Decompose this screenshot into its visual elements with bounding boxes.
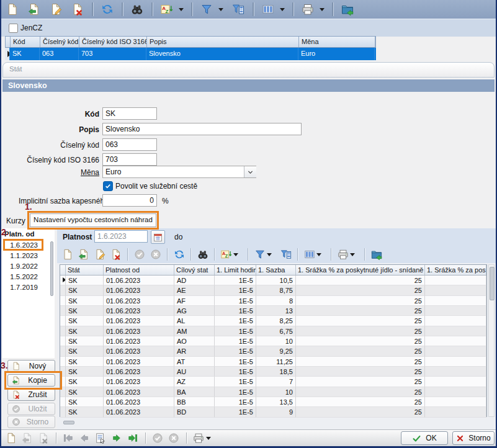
print-button[interactable] [299, 1, 316, 17]
columns-button[interactable] [302, 247, 317, 262]
states-header-2[interactable]: Číselný kód [40, 37, 79, 47]
filter-by-values-button[interactable] [278, 247, 293, 262]
states-grid-selected-row[interactable]: SK063703SlovenskoEuro [5, 48, 376, 60]
delete-rate-button[interactable] [108, 247, 123, 262]
new-rate-button[interactable] [60, 247, 75, 262]
rates-header-5[interactable]: 1. Sazba [256, 265, 296, 275]
cancel-button[interactable] [148, 247, 163, 262]
rates-table-row[interactable]: SK01.06.2023AO1E-51025 [60, 336, 486, 346]
filter-dropdown[interactable] [267, 253, 272, 256]
export-button[interactable] [369, 247, 384, 262]
rates-table-row[interactable]: SK01.06.2023AL1E-58,2525 [60, 316, 486, 326]
rates-header-4[interactable]: 1. Limit hodin [215, 265, 256, 275]
print-dropdown[interactable] [320, 8, 325, 11]
mena-combo[interactable] [102, 166, 256, 178]
rates-table-row[interactable]: SK01.06.2023AT1E-511,2525 [60, 357, 486, 367]
cancel-button[interactable] [166, 431, 181, 445]
storno-button[interactable]: Storno [452, 431, 495, 445]
filter-button[interactable] [252, 247, 267, 262]
mena-dropdown-button[interactable] [244, 166, 256, 177]
search-button[interactable] [128, 1, 145, 17]
date-list-item-1-9-2022[interactable]: 1.9.2022 [2, 262, 39, 270]
rates-table-hscrollbar[interactable] [60, 419, 487, 426]
storno-button[interactable]: Storno [7, 416, 55, 428]
edit-rate-button[interactable] [92, 247, 107, 262]
nav-first-button[interactable] [61, 431, 76, 445]
uloit-button[interactable]: Uložit [7, 403, 55, 415]
confirm-button[interactable] [150, 431, 165, 445]
date-list-item-1-5-2022[interactable]: 1.5.2022 [2, 273, 39, 280]
hscrollbar-thumb[interactable] [63, 421, 74, 424]
nav-next-button[interactable] [109, 431, 124, 445]
states-header-1[interactable]: Kód [11, 37, 40, 47]
refresh-button[interactable] [171, 247, 187, 262]
copy-record-button[interactable] [25, 1, 42, 17]
platnost-od-input[interactable] [94, 230, 148, 243]
refresh-button[interactable] [99, 1, 115, 17]
zruit-button[interactable]: Zrušit [7, 388, 55, 401]
rates-table-row[interactable]: SK01.06.2023BB1E-513,525 [60, 397, 486, 407]
states-header-3[interactable]: Číselný kód ISO 3166 [79, 37, 147, 47]
states-header-5[interactable]: Měna [299, 37, 375, 47]
rates-header-1[interactable]: Stát [66, 265, 104, 275]
rates-header-2[interactable]: Platnost od [104, 265, 174, 275]
rates-table-row[interactable]: SK01.06.2023AM1E-56,7525 [60, 326, 486, 336]
confirm-button[interactable] [132, 247, 147, 262]
print-dropdown[interactable] [206, 437, 211, 440]
copy-rate-button[interactable] [76, 247, 91, 262]
print-button[interactable] [191, 431, 206, 445]
date-list-item-1-7-2019[interactable]: 1.7.2019 [2, 284, 39, 291]
ciselny-kod-field[interactable] [102, 138, 157, 151]
kod-field[interactable] [102, 107, 157, 120]
filter-button[interactable] [198, 1, 215, 17]
rates-table-row[interactable]: SK01.06.2023BD1E-5925 [60, 407, 486, 417]
nav-last-button[interactable] [125, 431, 140, 445]
rates-header-7[interactable]: 1. Srážka % za pos [425, 265, 486, 275]
print-dropdown[interactable] [350, 253, 355, 256]
rates-table-row[interactable]: SK01.06.2023AZ1E-5725 [60, 377, 486, 387]
nov-button[interactable]: Nový [7, 360, 55, 372]
iso3166-field[interactable] [102, 153, 157, 166]
delete-record-button[interactable] [36, 431, 51, 445]
record-detail-button[interactable] [93, 431, 108, 445]
povolit-checkbox[interactable] [103, 181, 113, 191]
tab-kurzy[interactable]: Kurzy [6, 217, 25, 225]
ok-button[interactable]: OK [401, 431, 448, 445]
rates-table-row[interactable]: SK01.06.2023AR1E-59,2525 [60, 346, 486, 356]
states-header-4[interactable]: Popis [147, 37, 299, 47]
sort-az-button[interactable]: AZ [158, 1, 175, 17]
new-record-button[interactable] [4, 1, 20, 17]
print-button[interactable] [335, 247, 351, 262]
date-list-scrollbar[interactable] [50, 241, 53, 296]
new-record-button[interactable] [4, 431, 19, 445]
rates-header-3[interactable]: Cílový stat [174, 265, 215, 275]
rates-table-row[interactable]: SK01.06.2023AE1E-58,7525 [60, 285, 486, 295]
rates-table-row[interactable]: SK01.06.2023AF1E-5825 [60, 296, 486, 306]
nav-previous-button[interactable] [77, 431, 92, 445]
filter-dropdown[interactable] [218, 8, 223, 11]
sort-az-button[interactable]: AZ [218, 247, 234, 262]
rates-table-row[interactable]: SK01.06.2023AG1E-51325 [60, 306, 486, 316]
sort-az-dropdown[interactable] [233, 253, 238, 256]
filter-by-values-button[interactable] [230, 1, 246, 17]
popis-field[interactable] [102, 123, 302, 135]
sort-az-dropdown[interactable] [179, 8, 184, 11]
edit-record-button[interactable] [47, 1, 64, 17]
columns-button[interactable] [259, 1, 276, 17]
rates-table-row[interactable]: SK01.06.2023AU1E-518,525 [60, 367, 486, 377]
rates-table-row[interactable]: SK01.06.2023BA1E-51025 [60, 387, 486, 397]
pocket-rate-field[interactable] [102, 194, 157, 207]
jencz-checkbox[interactable] [9, 24, 18, 33]
copy-record-button[interactable] [20, 431, 35, 445]
rates-header-6[interactable]: 1. Srážka % za poskytnuté jídlo - snídan… [296, 265, 425, 275]
date-list-item-1-1-2023[interactable]: 1.1.2023 [2, 252, 39, 259]
columns-dropdown[interactable] [280, 8, 285, 11]
rates-table-row[interactable]: SK01.06.2023AD1E-510,525 [60, 276, 486, 285]
calendar-button[interactable] [151, 230, 165, 244]
rates-table-vscrollbar[interactable] [488, 264, 495, 417]
columns-dropdown[interactable] [316, 253, 321, 256]
search-button[interactable] [195, 247, 210, 262]
date-list-header[interactable]: Platn. od [3, 230, 40, 240]
vscrollbar-thumb[interactable] [490, 267, 495, 300]
export-button[interactable] [339, 1, 356, 17]
